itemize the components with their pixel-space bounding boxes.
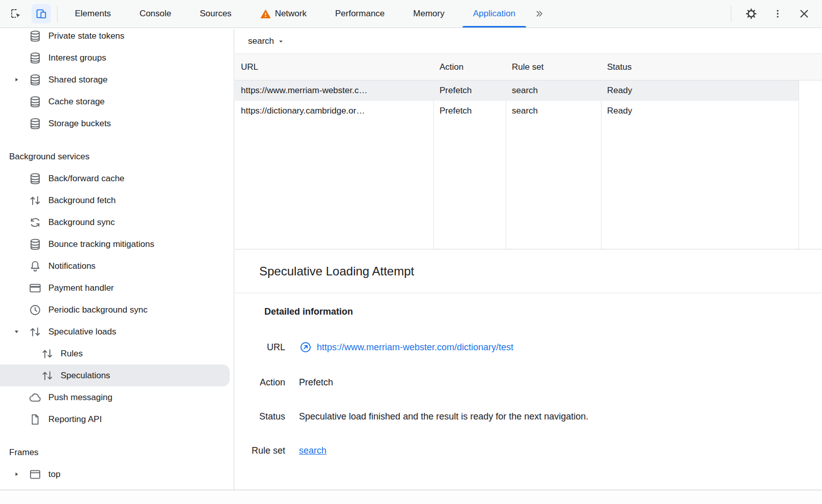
sidebar-item[interactable]: Bounce tracking mitigations [0, 233, 234, 255]
section-header-background-services: Background services [0, 146, 234, 167]
sidebar-item[interactable]: Payment handler [0, 277, 234, 299]
attempt-details: Detailed information URL https://www.mer… [235, 293, 822, 456]
triangle-down-icon[interactable] [10, 326, 22, 338]
settings-button[interactable] [742, 4, 761, 23]
cell-url: https://www.merriam-webster.c… [235, 86, 433, 96]
rule-set-link[interactable]: search [299, 445, 326, 456]
speculations-panel: search URL Action Rule set Status https:… [235, 29, 822, 490]
panel-tab[interactable]: Performance [321, 0, 399, 27]
sidebar-item[interactable]: Shared storage [0, 69, 234, 91]
devtools-toolbar: Elements Console Sources Network Perform… [0, 0, 822, 28]
sidebar-item-label: Speculations [61, 371, 110, 381]
detail-row-rule-set: Rule set search [235, 445, 822, 456]
table-row[interactable]: https://www.merriam-webster.c… Prefetch … [235, 80, 799, 101]
tab-label: Console [140, 9, 171, 19]
detail-row-status: Status Speculative load finished and the… [235, 411, 822, 422]
sidebar-item[interactable]: Private state tokens [0, 29, 234, 47]
sidebar-item[interactable]: Background sync [0, 211, 234, 233]
sidebar-item[interactable]: Speculations [0, 365, 230, 386]
sidebar-item[interactable]: Back/forward cache [0, 167, 234, 189]
sidebar-item[interactable]: Periodic background sync [0, 299, 234, 321]
database-icon [29, 73, 42, 87]
url-link[interactable]: https://www.merriam-webster.com/dictiona… [317, 342, 513, 353]
panel-tab[interactable]: Memory [399, 0, 458, 27]
panel-tabs: Elements Console Sources Network Perform… [61, 0, 530, 27]
sidebar-item[interactable]: top [0, 463, 234, 485]
document-icon [29, 413, 42, 426]
rule-set-filter-dropdown[interactable]: search [248, 36, 284, 46]
cell-rule-set: search [506, 106, 601, 116]
details-heading: Detailed information [264, 306, 822, 319]
panel-tab[interactable]: Elements [61, 0, 125, 27]
section-header-frames: Frames [0, 441, 234, 463]
sidebar-item[interactable]: Background fetch [0, 189, 234, 211]
cell-url: https://dictionary.cambridge.or… [235, 106, 433, 116]
sidebar-item-label: Speculative loads [48, 327, 116, 337]
panel-tab[interactable]: Network [246, 0, 321, 27]
more-tabs-button[interactable] [531, 5, 548, 22]
inspect-button[interactable] [6, 4, 25, 23]
status-label: Status [235, 411, 285, 422]
menu-button[interactable] [768, 4, 787, 23]
panel-tab[interactable]: Application [459, 0, 530, 27]
cell-action: Prefetch [433, 86, 506, 96]
sidebar-item[interactable]: Cache storage [0, 91, 234, 113]
column-header-url[interactable]: URL [235, 54, 433, 80]
kebab-menu-icon [772, 8, 783, 19]
bell-icon [29, 260, 42, 273]
device-toolbar-button[interactable] [32, 4, 51, 23]
triangle-right-icon[interactable] [10, 74, 22, 86]
column-header-rule-set[interactable]: Rule set [506, 54, 601, 80]
sidebar-item[interactable]: Push messaging [0, 386, 234, 408]
cell-action: Prefetch [433, 106, 506, 116]
column-header-status[interactable]: Status [601, 54, 799, 80]
close-devtools-button[interactable] [794, 4, 814, 23]
globe-arrow-icon[interactable] [299, 341, 312, 354]
sidebar-item[interactable]: Storage buckets [0, 113, 234, 134]
sidebar-item[interactable]: Interest groups [0, 47, 234, 69]
toolbar-separator [731, 6, 731, 22]
devtools-window: { "colors": { "accent": "#1a73e8", "link… [0, 0, 822, 504]
database-icon [29, 117, 42, 130]
sync-arrows-icon [29, 216, 42, 229]
url-value: https://www.merriam-webster.com/dictiona… [299, 341, 513, 354]
table-body: https://www.merriam-webster.c… Prefetch … [235, 80, 822, 121]
sidebar-item-label: Periodic background sync [48, 305, 148, 315]
inspect-icon [10, 8, 22, 20]
cloud-icon [29, 391, 42, 404]
column-header-filler [799, 54, 822, 80]
double-chevron-right-icon [534, 9, 544, 19]
sidebar-item[interactable]: Speculative loads [0, 321, 234, 343]
tab-label: Network [275, 9, 307, 19]
device-toolbar-icon [35, 8, 47, 20]
panel-tab[interactable]: Sources [185, 0, 245, 27]
cell-status: Ready [601, 86, 799, 96]
table-header: URL Action Rule set Status [235, 54, 822, 80]
clock-icon [29, 303, 42, 317]
panel-tab[interactable]: Console [125, 0, 185, 27]
sidebar-item-label: Interest groups [48, 53, 106, 63]
application-sidebar: Private state tokens Interest groups Sha… [0, 29, 234, 490]
column-divider [799, 54, 799, 249]
tab-label: Memory [413, 9, 444, 19]
sidebar-item[interactable]: Rules [0, 343, 234, 365]
sidebar-item-label: top [48, 469, 61, 480]
sidebar-item-label: Bounce tracking mitigations [48, 239, 154, 249]
sidebar-item-label: Notifications [48, 261, 96, 271]
toolbar-separator [57, 6, 58, 22]
sidebar-item-label: Back/forward cache [48, 174, 124, 184]
column-header-action[interactable]: Action [433, 54, 506, 80]
database-icon [29, 95, 42, 108]
table-row[interactable]: https://dictionary.cambridge.or… Prefetc… [235, 101, 799, 121]
sidebar-item[interactable]: Reporting API [0, 408, 234, 430]
database-icon [29, 51, 42, 65]
triangle-right-icon[interactable] [10, 468, 22, 481]
cell-status: Ready [601, 106, 799, 116]
speculations-table: URL Action Rule set Status https://www.m… [235, 54, 822, 249]
sidebar-item-label: Rules [61, 349, 83, 359]
action-value: Prefetch [299, 377, 333, 388]
sidebar-item[interactable]: Notifications [0, 255, 234, 277]
rule-set-filter-label: search [248, 36, 274, 46]
sidebar-item-label: Private state tokens [48, 31, 124, 41]
database-icon [29, 172, 42, 185]
